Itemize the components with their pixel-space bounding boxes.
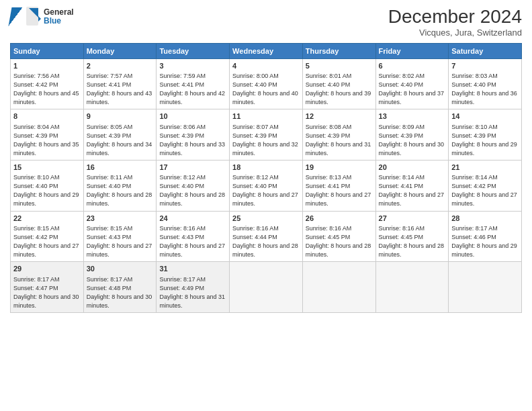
day-number: 4 [232, 61, 300, 71]
day-number: 26 [306, 214, 373, 224]
calendar-header-row: SundayMondayTuesdayWednesdayThursdayFrid… [11, 43, 522, 58]
calendar-cell: 19Sunrise: 8:13 AMSunset: 4:41 PMDayligh… [302, 160, 375, 211]
day-header-saturday: Saturday [449, 43, 522, 58]
day-number: 29 [13, 264, 81, 274]
calendar-cell [449, 262, 522, 313]
day-number: 8 [13, 111, 81, 122]
day-info: Sunrise: 8:13 AMSunset: 4:41 PMDaylight:… [306, 173, 373, 208]
day-info: Sunrise: 8:10 AMSunset: 4:40 PMDaylight:… [13, 173, 81, 208]
day-number: 12 [306, 111, 373, 122]
day-number: 7 [451, 61, 519, 71]
calendar-cell: 10Sunrise: 8:06 AMSunset: 4:39 PMDayligh… [157, 109, 230, 161]
day-info: Sunrise: 8:08 AMSunset: 4:39 PMDaylight:… [306, 123, 373, 158]
day-info: Sunrise: 8:16 AMSunset: 4:44 PMDaylight:… [232, 224, 300, 259]
calendar-cell [375, 262, 449, 313]
calendar-cell: 5Sunrise: 8:01 AMSunset: 4:40 PMDaylight… [302, 58, 375, 109]
day-info: Sunrise: 7:56 AMSunset: 4:42 PMDaylight:… [13, 72, 81, 107]
day-number: 10 [159, 111, 226, 122]
day-info: Sunrise: 8:10 AMSunset: 4:39 PMDaylight:… [451, 123, 519, 158]
calendar-cell: 18Sunrise: 8:12 AMSunset: 4:40 PMDayligh… [230, 160, 303, 211]
day-number: 28 [451, 214, 519, 224]
day-number: 14 [451, 111, 519, 122]
day-number: 1 [13, 61, 81, 71]
page-header: General Blue December 2024 Vicques, Jura… [10, 7, 522, 38]
day-info: Sunrise: 8:02 AMSunset: 4:40 PMDaylight:… [379, 72, 446, 107]
calendar-week-4: 22Sunrise: 8:15 AMSunset: 4:42 PMDayligh… [11, 211, 522, 262]
day-number: 16 [87, 163, 154, 173]
day-number: 30 [87, 264, 154, 274]
day-number: 19 [306, 163, 373, 173]
month-title: December 2024 [388, 7, 522, 28]
day-info: Sunrise: 8:01 AMSunset: 4:40 PMDaylight:… [306, 72, 373, 107]
calendar-week-2: 8Sunrise: 8:04 AMSunset: 4:39 PMDaylight… [11, 109, 522, 161]
day-info: Sunrise: 8:12 AMSunset: 4:40 PMDaylight:… [232, 173, 300, 208]
svg-marker-2 [38, 16, 41, 21]
day-number: 18 [232, 163, 300, 173]
calendar-cell: 21Sunrise: 8:14 AMSunset: 4:42 PMDayligh… [449, 160, 522, 211]
day-number: 9 [87, 111, 154, 122]
calendar-cell: 29Sunrise: 8:17 AMSunset: 4:47 PMDayligh… [11, 262, 84, 313]
day-info: Sunrise: 8:12 AMSunset: 4:40 PMDaylight:… [159, 173, 226, 208]
calendar-cell: 28Sunrise: 8:17 AMSunset: 4:46 PMDayligh… [449, 211, 522, 262]
day-info: Sunrise: 8:15 AMSunset: 4:42 PMDaylight:… [13, 224, 81, 259]
day-number: 2 [87, 61, 154, 71]
day-number: 23 [87, 214, 154, 224]
calendar-cell: 31Sunrise: 8:17 AMSunset: 4:49 PMDayligh… [157, 262, 230, 313]
day-number: 3 [159, 61, 226, 71]
calendar-cell: 4Sunrise: 8:00 AMSunset: 4:40 PMDaylight… [230, 58, 303, 109]
calendar-cell [302, 262, 375, 313]
calendar-cell: 20Sunrise: 8:14 AMSunset: 4:41 PMDayligh… [375, 160, 449, 211]
calendar-cell: 9Sunrise: 8:05 AMSunset: 4:39 PMDaylight… [83, 109, 157, 161]
logo-blue-text: Blue [44, 17, 74, 26]
day-number: 21 [451, 163, 519, 173]
day-info: Sunrise: 8:06 AMSunset: 4:39 PMDaylight:… [159, 123, 226, 158]
calendar-cell: 2Sunrise: 7:57 AMSunset: 4:41 PMDaylight… [83, 58, 157, 109]
day-info: Sunrise: 7:57 AMSunset: 4:41 PMDaylight:… [87, 72, 154, 107]
day-header-monday: Monday [83, 43, 157, 58]
calendar-cell: 11Sunrise: 8:07 AMSunset: 4:39 PMDayligh… [230, 109, 303, 161]
calendar-table: SundayMondayTuesdayWednesdayThursdayFrid… [10, 43, 522, 313]
calendar-cell: 25Sunrise: 8:16 AMSunset: 4:44 PMDayligh… [230, 211, 303, 262]
day-number: 6 [379, 61, 446, 71]
day-info: Sunrise: 8:16 AMSunset: 4:43 PMDaylight:… [159, 224, 226, 259]
day-info: Sunrise: 8:09 AMSunset: 4:39 PMDaylight:… [379, 123, 446, 158]
calendar-cell: 3Sunrise: 7:59 AMSunset: 4:41 PMDaylight… [157, 58, 230, 109]
day-info: Sunrise: 8:16 AMSunset: 4:45 PMDaylight:… [306, 224, 373, 259]
calendar-cell: 1Sunrise: 7:56 AMSunset: 4:42 PMDaylight… [11, 58, 84, 109]
day-info: Sunrise: 8:17 AMSunset: 4:48 PMDaylight:… [87, 275, 154, 310]
day-number: 20 [379, 163, 446, 173]
logo: General Blue [10, 7, 74, 27]
day-number: 17 [159, 163, 226, 173]
logo-mark-icon [26, 7, 41, 27]
day-info: Sunrise: 8:16 AMSunset: 4:45 PMDaylight:… [379, 224, 446, 259]
calendar-cell: 26Sunrise: 8:16 AMSunset: 4:45 PMDayligh… [302, 211, 375, 262]
calendar-cell: 15Sunrise: 8:10 AMSunset: 4:40 PMDayligh… [11, 160, 84, 211]
calendar-cell: 22Sunrise: 8:15 AMSunset: 4:42 PMDayligh… [11, 211, 84, 262]
calendar-cell: 30Sunrise: 8:17 AMSunset: 4:48 PMDayligh… [83, 262, 157, 313]
calendar-cell: 13Sunrise: 8:09 AMSunset: 4:39 PMDayligh… [375, 109, 449, 161]
calendar-cell: 12Sunrise: 8:08 AMSunset: 4:39 PMDayligh… [302, 109, 375, 161]
day-info: Sunrise: 8:04 AMSunset: 4:39 PMDaylight:… [13, 123, 81, 158]
title-block: December 2024 Vicques, Jura, Switzerland [388, 7, 522, 38]
day-info: Sunrise: 8:17 AMSunset: 4:49 PMDaylight:… [159, 275, 226, 310]
day-number: 13 [379, 111, 446, 122]
calendar-week-3: 15Sunrise: 8:10 AMSunset: 4:40 PMDayligh… [11, 160, 522, 211]
calendar-cell: 6Sunrise: 8:02 AMSunset: 4:40 PMDaylight… [375, 58, 449, 109]
day-number: 27 [379, 214, 446, 224]
day-info: Sunrise: 8:05 AMSunset: 4:39 PMDaylight:… [87, 123, 154, 158]
day-info: Sunrise: 7:59 AMSunset: 4:41 PMDaylight:… [159, 72, 226, 107]
calendar-cell: 14Sunrise: 8:10 AMSunset: 4:39 PMDayligh… [449, 109, 522, 161]
day-header-wednesday: Wednesday [230, 43, 303, 58]
day-header-friday: Friday [375, 43, 449, 58]
calendar-cell: 17Sunrise: 8:12 AMSunset: 4:40 PMDayligh… [157, 160, 230, 211]
day-number: 24 [159, 214, 226, 224]
calendar-cell: 8Sunrise: 8:04 AMSunset: 4:39 PMDaylight… [11, 109, 84, 161]
day-info: Sunrise: 8:17 AMSunset: 4:47 PMDaylight:… [13, 275, 81, 310]
calendar-cell: 23Sunrise: 8:15 AMSunset: 4:43 PMDayligh… [83, 211, 157, 262]
calendar-cell: 16Sunrise: 8:11 AMSunset: 4:40 PMDayligh… [83, 160, 157, 211]
day-number: 5 [306, 61, 373, 71]
calendar-week-1: 1Sunrise: 7:56 AMSunset: 4:42 PMDaylight… [11, 58, 522, 109]
day-number: 11 [232, 111, 300, 122]
calendar-week-5: 29Sunrise: 8:17 AMSunset: 4:47 PMDayligh… [11, 262, 522, 313]
day-info: Sunrise: 8:14 AMSunset: 4:42 PMDaylight:… [451, 173, 519, 208]
